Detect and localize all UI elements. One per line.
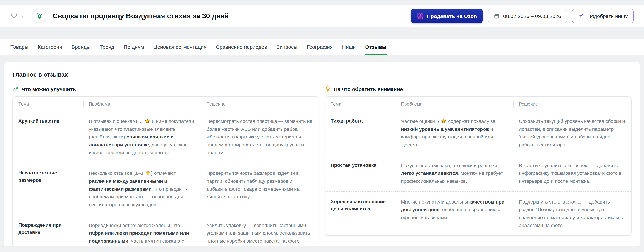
row-solution: Усилить упаковку — дополнить картонными …: [201, 215, 319, 247]
star-icon: [144, 118, 150, 124]
row-solution: В карточке усилить этот аспект — добавит…: [513, 155, 631, 191]
row-solution: Сохранить текущий уровень качества сборк…: [513, 111, 631, 155]
table-row: Повреждения при доставке Периодически вс…: [13, 215, 319, 247]
spacer: [0, 27, 644, 39]
trend-up-icon: [12, 86, 19, 92]
row-problem: Частые оценки 5 содержат похвалу за низк…: [396, 111, 513, 155]
star-icon: [441, 118, 446, 124]
table-row: Несоответствие размеров Несколько отзыво…: [13, 163, 319, 215]
row-topic: Простая установка: [325, 155, 396, 191]
columns: Что можно улучшить Тема Проблема Решение…: [12, 78, 632, 247]
improve-heading-row: Что можно улучшить: [12, 86, 319, 92]
tab-po-dnyam[interactable]: По дням: [124, 39, 144, 55]
row-problem: Покупатели отмечают, что люки и решётки …: [396, 155, 513, 191]
reviews-summary-card: Главное в отзывах Что можно улучшить Тем…: [4, 62, 640, 247]
attention-column: На что обратить внимание Тема Проблема Р…: [325, 78, 632, 247]
table-header-row: Тема Проблема Решение: [325, 97, 631, 111]
header-topic: Тема: [13, 97, 83, 111]
favorite-button[interactable]: [10, 12, 24, 19]
attention-heading-row: На что обратить внимание: [325, 86, 632, 92]
tab-zaprosy[interactable]: Запросы: [276, 39, 297, 55]
tab-kategorii[interactable]: Категории: [38, 39, 62, 55]
tab-tovary[interactable]: Товары: [10, 39, 28, 55]
attention-table: Тема Проблема Решение Тихая работа Часты…: [325, 96, 632, 236]
header-actions: Продавать на Ozon 08.02.2026 – 09.03.202…: [411, 9, 634, 23]
row-topic: Хрупкий пластик: [13, 111, 83, 163]
section-title: Главное в отзывах: [12, 71, 632, 78]
bell-icon: [35, 12, 43, 20]
star-icon: [145, 170, 150, 176]
row-topic: Хорошее соотношение цены и качества: [325, 191, 396, 235]
header-problem: Проблема: [83, 97, 201, 111]
row-solution: Подчеркнуть это в карточке — добавить ра…: [513, 191, 631, 235]
tab-geografiya[interactable]: География: [307, 39, 333, 55]
improve-column: Что можно улучшить Тема Проблема Решение…: [12, 78, 319, 247]
page-header: Сводка по продавцу Воздушная стихия за 3…: [0, 5, 644, 27]
table-row: Хорошее соотношение цены и качества Мног…: [325, 191, 631, 235]
table-row: Хрупкий пластик В отзывах с оценками 3 и…: [13, 111, 319, 163]
table-row: Тихая работа Частые оценки 5 содержат по…: [325, 111, 631, 155]
alerts-button[interactable]: [32, 9, 46, 23]
heart-icon: [10, 12, 18, 19]
tab-cenovaya-segmentaciya[interactable]: Ценовая сегментация: [153, 39, 206, 55]
row-topic: Повреждения при доставке: [13, 215, 83, 247]
header-solution: Решение: [201, 97, 319, 111]
row-topic: Тихая работа: [325, 111, 396, 155]
sparkles-icon: [578, 13, 584, 19]
row-problem: Несколько отзывов (1–3 ) отмечают различ…: [83, 163, 201, 215]
page-title: Сводка по продавцу Воздушная стихия за 3…: [53, 12, 229, 20]
date-range-picker[interactable]: 08.02.2026 – 09.03.2026: [488, 9, 567, 23]
row-problem: Периодически встречаются жалобы, что гаф…: [83, 215, 201, 247]
pick-niche-label: Подобрать нишу: [588, 13, 628, 19]
tab-otzyvy[interactable]: Отзывы: [365, 39, 386, 55]
table-header-row: Тема Проблема Решение: [13, 97, 319, 111]
header-topic: Тема: [325, 97, 396, 111]
pick-niche-button[interactable]: Подобрать нишу: [572, 9, 634, 23]
row-problem: Многие покупатели довольны качеством при…: [396, 191, 513, 235]
tab-nishi[interactable]: Ниши: [342, 39, 356, 55]
ozon-logo: [417, 13, 424, 19]
sell-on-ozon-button[interactable]: Продавать на Ozon: [411, 9, 483, 23]
sell-on-ozon-label: Продавать на Ozon: [427, 13, 477, 19]
header-problem: Проблема: [396, 97, 513, 111]
chevron-down-icon: [20, 14, 24, 18]
row-solution: Пересмотреть состав пластика — заменить …: [201, 111, 319, 163]
attention-heading: На что обратить внимание: [334, 86, 403, 92]
improve-heading: Что можно улучшить: [22, 86, 76, 92]
row-solution: Проверить точность размеров изделий в па…: [201, 163, 319, 215]
header-solution: Решение: [513, 97, 631, 111]
page: Сводка по продавцу Воздушная стихия за 3…: [0, 0, 644, 252]
spacer: [0, 55, 644, 62]
row-topic: Несоответствие размеров: [13, 163, 83, 215]
tab-sravnenie-periodov[interactable]: Сравнение периодов: [216, 39, 267, 55]
calendar-icon: [494, 13, 500, 19]
date-range-value: 08.02.2026 – 09.03.2026: [503, 13, 561, 19]
tab-brendy[interactable]: Бренды: [72, 39, 90, 55]
lightbulb-icon: [325, 86, 331, 92]
row-problem: В отзывах с оценками 3 и ниже покупатели…: [83, 111, 201, 163]
tab-trend[interactable]: Тренд: [100, 39, 114, 55]
improve-table: Тема Проблема Решение Хрупкий пластик В …: [12, 96, 319, 247]
table-row: Простая установка Покупатели отмечают, ч…: [325, 155, 631, 191]
tab-bar: ТоварыКатегорииБрендыТрендПо днямЦеновая…: [0, 39, 644, 55]
